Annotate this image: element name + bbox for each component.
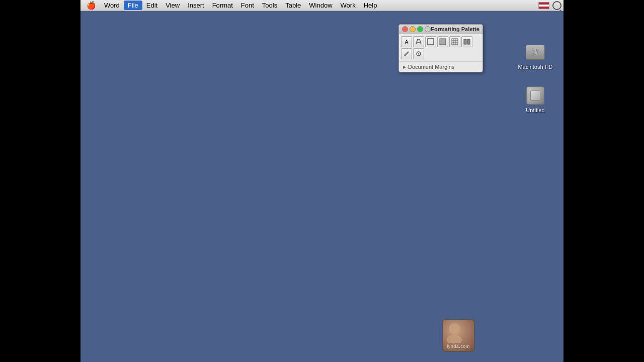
untitled-disk-icon[interactable]: Untitled [515, 85, 555, 114]
palette-toolbar: A [399, 34, 482, 62]
menu-work[interactable]: Work [337, 1, 360, 10]
menu-window[interactable]: Window [305, 1, 336, 10]
lynda-logo-inner: lynda.com [443, 320, 474, 351]
svg-rect-2 [452, 39, 458, 45]
formatting-palette: Formatting Palette A [398, 24, 483, 72]
palette-minimize-button[interactable] [410, 26, 416, 32]
menu-help[interactable]: Help [360, 1, 381, 10]
menu-edit[interactable]: Edit [142, 1, 162, 10]
menu-insert[interactable]: Insert [184, 1, 208, 10]
hd-icon-image [525, 42, 545, 62]
menu-tools[interactable]: Tools [258, 1, 281, 10]
untitled-label: Untitled [524, 107, 546, 114]
palette-resize-button[interactable] [425, 26, 431, 32]
palette-tool-style[interactable] [413, 36, 424, 47]
palette-tool-borders[interactable] [425, 36, 436, 47]
desktop: Formatting Palette A [80, 11, 564, 362]
menu-word[interactable]: Word [100, 1, 124, 10]
apple-menu[interactable]: 🍎 [83, 0, 100, 11]
svg-rect-7 [464, 39, 466, 44]
palette-tool-columns[interactable] [461, 36, 472, 47]
menubar: 🍎 Word File Edit View Insert Format Font… [80, 0, 564, 11]
svg-rect-1 [440, 39, 446, 45]
lynda-logo[interactable]: lynda.com [442, 319, 475, 352]
svg-point-10 [418, 53, 420, 55]
palette-tool-table[interactable] [449, 36, 460, 47]
menu-file[interactable]: File [124, 1, 142, 10]
palette-close-button[interactable] [402, 26, 408, 32]
palette-tool-wrench[interactable] [401, 48, 412, 59]
language-flag-icon[interactable] [538, 2, 549, 9]
palette-tool-shading[interactable] [437, 36, 448, 47]
svg-point-11 [449, 323, 460, 334]
menu-table[interactable]: Table [281, 1, 305, 10]
hd-shape [526, 45, 545, 60]
svg-rect-8 [467, 39, 470, 44]
menu-format[interactable]: Format [208, 1, 237, 10]
menu-font[interactable]: Font [237, 1, 258, 10]
palette-document-margins[interactable]: Document Margins [399, 62, 482, 72]
right-border [564, 0, 644, 362]
macintosh-hd-label: Macintosh HD [516, 63, 554, 70]
svg-point-12 [447, 335, 462, 343]
palette-tool-font[interactable]: A [401, 36, 412, 47]
lynda-text: lynda.com [447, 344, 470, 351]
menu-view[interactable]: View [162, 1, 184, 10]
spotlight-search-icon[interactable] [552, 1, 561, 10]
svg-rect-0 [428, 39, 434, 45]
macintosh-hd-icon[interactable]: Macintosh HD [515, 42, 555, 70]
palette-zoom-button[interactable] [417, 26, 423, 32]
palette-titlebar: Formatting Palette [399, 25, 482, 34]
left-border [0, 0, 80, 362]
palette-window-controls [402, 26, 431, 32]
menubar-right [538, 1, 561, 10]
palette-title: Formatting Palette [431, 26, 479, 32]
untitled-icon-image [525, 85, 545, 106]
disk-shape [526, 86, 544, 105]
palette-tool-settings[interactable] [413, 48, 424, 59]
